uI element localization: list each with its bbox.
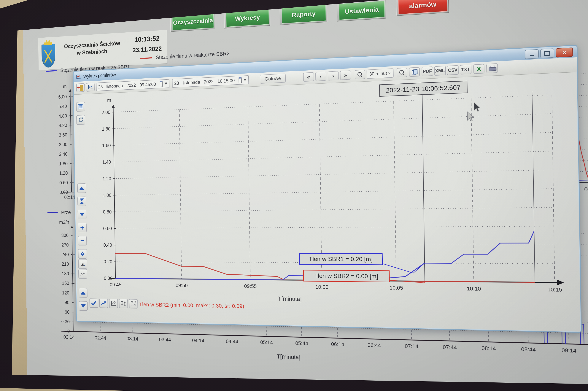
svg-text:10:00: 10:00 — [315, 284, 328, 290]
export-xml-button[interactable]: XML — [434, 66, 446, 76]
svg-text:1.20: 1.20 — [102, 176, 111, 181]
sbr1-color-swatch — [46, 70, 57, 72]
svg-text:270: 270 — [61, 242, 69, 247]
svg-text:02:14: 02:14 — [64, 195, 75, 200]
dropdown-arrow-icon — [243, 79, 247, 81]
svg-text:05:14: 05:14 — [260, 339, 273, 345]
export-excel-button[interactable]: X — [473, 64, 485, 74]
ready-button[interactable]: Gotowe — [260, 74, 286, 84]
svg-text:09:55: 09:55 — [244, 283, 257, 289]
svg-text:6.00: 6.00 — [58, 94, 67, 99]
calendar-icon — [160, 81, 163, 87]
checkmark-icon — [91, 300, 97, 306]
svg-text:1.60: 1.60 — [102, 143, 111, 148]
date-value: 23.11.2022 — [129, 45, 165, 54]
dropdown-arrow-icon — [164, 83, 167, 85]
exit-icon — [78, 85, 83, 91]
trend-up-icon — [101, 300, 106, 306]
svg-text:+: + — [114, 301, 115, 303]
up-down-arrows-icon — [121, 301, 126, 306]
svg-text:05:44: 05:44 — [295, 340, 308, 346]
svg-text:3.60: 3.60 — [59, 132, 67, 138]
sort-button[interactable] — [119, 299, 128, 308]
svg-text:09:44: 09:44 — [584, 186, 588, 193]
zoom-out-icon: − — [399, 70, 405, 75]
trend-button[interactable] — [99, 299, 108, 308]
date-to-field[interactable]: 23listopada 202210:15:00 — [172, 75, 249, 88]
sbr2-value-label: Tlen w SBR2 = 0.00 [m] — [303, 270, 390, 282]
minimize-button[interactable] — [525, 49, 539, 59]
svg-text:2.00: 2.00 — [102, 109, 110, 115]
page-prev-button[interactable]: ‹ — [315, 72, 326, 81]
page-last-button[interactable]: » — [340, 70, 351, 80]
svg-text:240: 240 — [61, 252, 69, 257]
svg-text:1.80: 1.80 — [102, 126, 111, 132]
svg-text:0.60: 0.60 — [59, 180, 68, 185]
window-title: Wykres pomiarów — [83, 72, 116, 79]
svg-text:3.00: 3.00 — [59, 142, 67, 147]
export-pdf-button[interactable]: PDF — [421, 67, 433, 76]
flow-legend-label-partial: Prze — [61, 209, 71, 215]
svg-text:0.00: 0.00 — [104, 276, 112, 281]
photo-of-monitor: Oczyszczalnia Ścieków w Szebniach 10:13:… — [0, 0, 588, 391]
svg-text:10:10: 10:10 — [467, 286, 481, 292]
svg-text:02:44: 02:44 — [95, 335, 106, 341]
maximize-button[interactable] — [540, 48, 554, 58]
svg-text:08:44: 08:44 — [521, 346, 536, 353]
svg-text:1.40: 1.40 — [102, 159, 111, 165]
time-value: 10:13:52 — [129, 34, 165, 44]
mini-chart-icon — [88, 85, 93, 90]
export-csv-button[interactable]: CSV — [447, 65, 459, 75]
svg-text:10:15: 10:15 — [547, 286, 562, 293]
mouse-cursor — [473, 101, 482, 112]
svg-text:m: m — [63, 84, 67, 89]
svg-text:1.80: 1.80 — [59, 161, 68, 166]
svg-text:09:45: 09:45 — [110, 282, 121, 288]
background-chart-top-left-axis: 6.005.404.804.203.603.002.401.801.200.60… — [43, 84, 76, 207]
plant-title: Oczyszczalnia Ścieków w Szebniach — [57, 39, 127, 58]
sbr1-value-label: Tlen w SBR1 = 0.20 [m] — [299, 253, 383, 265]
copy-icon — [412, 69, 417, 75]
nav-button-alarms[interactable]: alarmów — [396, 0, 449, 16]
copy-report-button[interactable] — [409, 67, 420, 77]
nav-button-ustawienia[interactable]: Ustawienia — [337, 0, 386, 22]
page-next-button[interactable]: › — [328, 71, 339, 81]
exit-button[interactable] — [76, 83, 85, 92]
nav-button-wykresy[interactable]: Wykresy — [224, 6, 270, 29]
nav-button-label: Ustawienia — [339, 1, 385, 20]
svg-text:m3/h: m3/h — [59, 219, 69, 225]
zoom-out-button[interactable]: − — [396, 68, 407, 78]
nav-button-oczyszczalnia[interactable]: Oczyszczalnia — [170, 10, 215, 32]
interval-select[interactable]: 30 minut˅ — [367, 68, 393, 79]
main-chart-plot[interactable]: 2.001.801.601.401.201.000.800.600.400.20… — [74, 72, 581, 323]
svg-text:5.40: 5.40 — [58, 103, 67, 109]
svg-text:02:14: 02:14 — [63, 334, 75, 340]
flow-color-swatch — [47, 212, 58, 213]
zoom-in-icon: + — [358, 72, 363, 77]
page-first-button[interactable]: « — [303, 72, 314, 82]
selection-box-icon — [130, 301, 136, 306]
scale-button[interactable]: + — [109, 299, 118, 308]
chart-mode-button[interactable] — [86, 83, 95, 92]
apply-button[interactable] — [89, 298, 98, 308]
legend-background-flow: Prze — [47, 209, 71, 215]
close-button[interactable]: × — [556, 47, 573, 58]
svg-text:0.20: 0.20 — [103, 259, 112, 264]
svg-text:2.40: 2.40 — [59, 151, 68, 157]
print-button[interactable] — [486, 63, 498, 73]
zoom-in-button[interactable]: + — [355, 70, 365, 79]
export-txt-button[interactable]: TXT — [460, 65, 472, 75]
marquee-button[interactable] — [129, 299, 138, 308]
svg-text:120: 120 — [62, 290, 69, 295]
svg-text:T[minuta]: T[minuta] — [278, 295, 302, 302]
date-from-field[interactable]: 23listopada 202209:45:00 — [96, 79, 169, 91]
svg-text:1.00: 1.00 — [103, 193, 111, 198]
svg-text:09:14: 09:14 — [562, 347, 577, 354]
mouse-cursor-ghost — [466, 111, 475, 122]
clock: 10:13:52 23.11.2022 — [129, 34, 165, 54]
svg-text:03:14: 03:14 — [126, 336, 138, 342]
svg-text:300: 300 — [61, 233, 69, 238]
nav-button-label: Oczyszczalnia — [172, 12, 214, 30]
printer-icon — [489, 66, 496, 71]
nav-button-raporty[interactable]: Raporty — [280, 2, 327, 25]
